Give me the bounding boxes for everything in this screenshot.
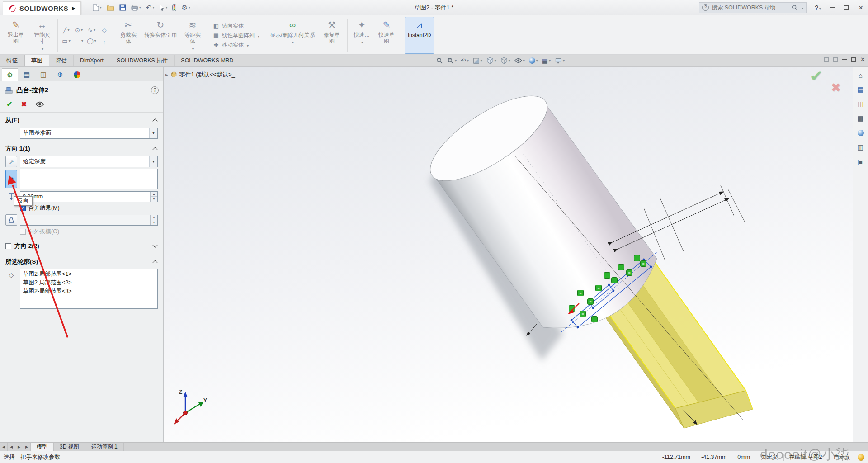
custom-properties-icon[interactable]: ▥	[856, 143, 866, 152]
doc-minimize-icon[interactable]	[842, 59, 847, 60]
move-entities-button[interactable]: ✚ 移动实体	[212, 41, 259, 49]
dropdown-arrow-icon[interactable]: ▼	[149, 128, 157, 138]
tab-3d-views[interactable]: 3D 视图	[54, 443, 85, 451]
doc-restore-icon[interactable]	[851, 57, 856, 62]
3d-scene[interactable]: =	[164, 67, 853, 442]
collapse-chevron-icon[interactable]	[152, 118, 158, 123]
section-direction1[interactable]: 方向 1(1)	[0, 143, 163, 155]
search-icon[interactable]	[792, 5, 798, 11]
direction-reference-box[interactable]	[20, 169, 158, 189]
section-view-button[interactable]	[472, 55, 484, 66]
confirmation-cancel-icon[interactable]: ✖	[830, 80, 841, 95]
home-icon[interactable]: ⌂	[856, 71, 866, 80]
search-input[interactable]	[712, 5, 789, 11]
ellipse-tool[interactable]: ◯	[85, 36, 98, 46]
print-button[interactable]	[129, 2, 143, 14]
contour-item[interactable]: 草图2-局部范围<1>	[20, 270, 157, 279]
display-style-button[interactable]	[499, 55, 512, 66]
view-orientation-button[interactable]	[485, 55, 498, 66]
cancel-button[interactable]: ✖	[21, 100, 27, 109]
custom-toolbar-label[interactable]: 自定义	[828, 454, 856, 461]
merge-result-checkbox-row[interactable]: 合并结果(M)	[20, 204, 158, 212]
line-tool[interactable]: ╱	[60, 25, 72, 35]
draft-angle-spinner[interactable]: ▲▼	[20, 215, 158, 226]
menu-flyout-arrow[interactable]: ▶	[72, 5, 75, 11]
preview-eye-button[interactable]	[35, 101, 44, 107]
confirmation-ok-icon[interactable]: ✔	[810, 67, 823, 85]
collapse-chevron-icon[interactable]	[152, 146, 158, 151]
property-manager-tab[interactable]: ⚙	[2, 68, 18, 81]
zoom-area-button[interactable]	[446, 55, 458, 66]
solidworks-menu[interactable]: SOLIDWORKS ▶	[3, 1, 81, 15]
zoom-fit-button[interactable]	[435, 55, 444, 66]
collapse-chevron-icon[interactable]	[152, 259, 158, 265]
spin-down-icon[interactable]: ▼	[151, 197, 157, 202]
section-direction2[interactable]: 方向 2(2)	[0, 240, 163, 252]
graphics-viewport[interactable]: =	[164, 67, 853, 442]
save-button[interactable]	[118, 2, 128, 14]
scroll-left-button[interactable]: ◀	[8, 443, 15, 451]
close-button[interactable]: ✕	[854, 0, 868, 15]
section-selected-contours[interactable]: 所选轮廓(S)	[0, 256, 163, 268]
spin-up-icon[interactable]: ▲	[151, 215, 157, 221]
display-delete-relations-button[interactable]: ∞ 显示/删除几何关系	[266, 17, 319, 54]
tab-evaluate[interactable]: 评估	[49, 55, 74, 66]
appearances-icon[interactable]	[856, 128, 866, 137]
feature-tree-tab[interactable]: ▤	[19, 68, 35, 81]
flyout-tree-arrow-icon[interactable]: ▸	[165, 72, 168, 78]
spin-down-icon[interactable]: ▼	[151, 220, 157, 225]
dimxpert-manager-tab[interactable]: ⊕	[52, 68, 68, 81]
apply-scene-button[interactable]: ▦	[541, 55, 552, 66]
undo-button[interactable]: ↶	[144, 2, 156, 14]
view-settings-button[interactable]	[553, 55, 566, 66]
tab-addins[interactable]: SOLIDWORKS 插件	[110, 55, 175, 66]
contour-item[interactable]: 草图2-局部范围<3>	[20, 287, 157, 296]
search-box[interactable]: ?	[699, 2, 807, 13]
tab-features[interactable]: 特征	[0, 55, 24, 66]
rebuild-button[interactable]	[170, 2, 178, 14]
arc-tool[interactable]: ⌒	[73, 36, 85, 46]
selected-contours-list[interactable]: 草图2-局部范围<1> 草图2-局部范围<2> 草图2-局部范围<3>	[20, 269, 158, 309]
display-manager-tab[interactable]	[69, 68, 85, 81]
direction-reference-button[interactable]: ↗	[5, 170, 17, 188]
fillet-tool[interactable]: ╭	[98, 36, 110, 46]
end-condition-select[interactable]: 给定深度 ▼	[20, 156, 158, 167]
draft-angle-input[interactable]	[20, 215, 150, 225]
view-palette-icon[interactable]: ▦	[856, 114, 866, 123]
trim-entities-button[interactable]: ✂ 剪裁实体	[115, 17, 142, 54]
file-explorer-icon[interactable]: ◫	[856, 99, 866, 109]
section-from[interactable]: 从(F)	[0, 114, 163, 126]
design-library-icon[interactable]: ▤	[856, 85, 866, 94]
dropdown-arrow-icon[interactable]: ▼	[149, 156, 157, 167]
tab-mbd[interactable]: SOLIDWORKS MBD	[175, 55, 240, 66]
linear-pattern-button[interactable]: ▦ 线性草图阵列	[212, 31, 259, 40]
ok-button[interactable]: ✔	[6, 99, 13, 109]
instant2d-button[interactable]: ⊿ Instant2D	[405, 17, 434, 54]
spline-tool[interactable]: ∿	[85, 25, 98, 35]
scroll-right-button[interactable]: ▶	[15, 443, 23, 451]
configuration-manager-tab[interactable]: ◫	[35, 68, 52, 81]
exit-sketch-button[interactable]: ✎ 退出草图	[3, 17, 29, 54]
reverse-direction-button[interactable]: ↗	[5, 156, 17, 167]
polygon-tool[interactable]: ◇	[98, 25, 110, 35]
smart-dimension-button[interactable]: ↔ 智能尺寸	[29, 17, 55, 54]
draft-outward-checkbox[interactable]	[20, 229, 26, 235]
mirror-entities-button[interactable]: ◧ 镜向实体	[212, 22, 259, 30]
doc-window-icon-1[interactable]	[824, 57, 829, 62]
doc-window-icon-2[interactable]	[833, 57, 838, 62]
tab-sketch[interactable]: 草图	[24, 55, 49, 66]
options-button[interactable]: ⚙	[179, 2, 192, 14]
doc-close-icon[interactable]: ✕	[860, 56, 865, 63]
quick-snaps-button[interactable]: ✦ 快速…	[350, 17, 373, 54]
previous-view-button[interactable]: ↶	[459, 55, 470, 66]
depth-spinner[interactable]: ▲▼	[20, 191, 158, 202]
depth-input[interactable]	[20, 192, 150, 202]
contour-item[interactable]: 草图2-局部范围<2>	[20, 279, 157, 287]
rectangle-tool[interactable]: ▭	[60, 36, 72, 46]
direction2-checkbox[interactable]	[5, 243, 11, 249]
help-button[interactable]: ?	[811, 4, 825, 11]
maximize-button[interactable]	[839, 0, 854, 15]
offset-entities-button[interactable]: ≋ 等距实体	[179, 17, 206, 54]
search-scope-caret[interactable]	[801, 4, 803, 11]
tab-dimxpert[interactable]: DimXpert	[74, 55, 110, 66]
